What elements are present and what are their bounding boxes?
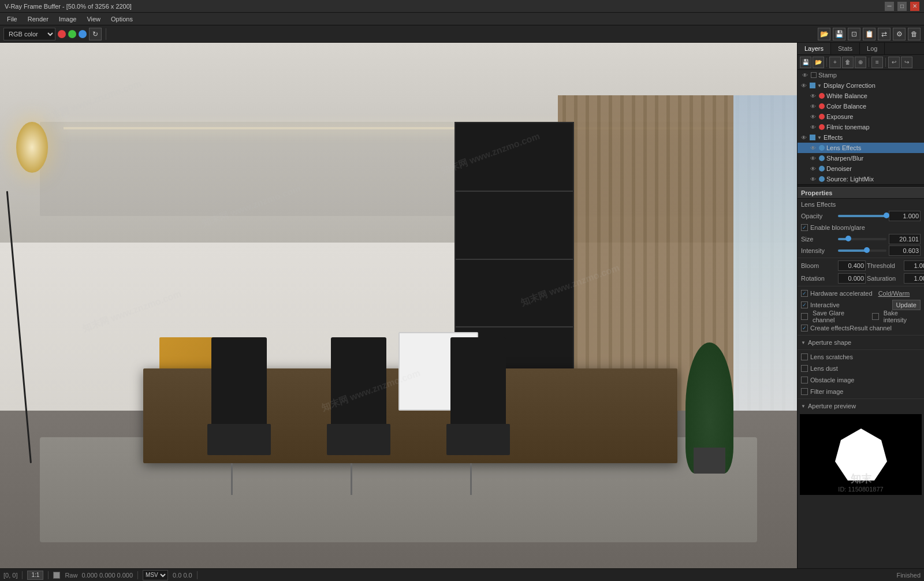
film-eye[interactable]: 👁 (809, 123, 817, 131)
menu-view[interactable]: View (82, 14, 105, 24)
menu-options[interactable]: Options (106, 14, 137, 24)
settings-button[interactable]: ⚙ (893, 28, 906, 40)
maximize-button[interactable]: □ (897, 2, 907, 11)
bloom-glare-checkbox[interactable] (801, 224, 808, 231)
save-glare-label: Save Glare channel (813, 310, 865, 323)
wb-eye[interactable]: 👁 (809, 92, 817, 100)
menu-file[interactable]: File (2, 14, 22, 24)
update-button[interactable]: Update (892, 300, 921, 310)
hw-checkbox[interactable] (801, 290, 808, 297)
panel-save-btn[interactable]: 💾 (800, 57, 811, 68)
size-slider[interactable] (838, 238, 886, 240)
opacity-thumb[interactable] (884, 213, 889, 218)
clear-button[interactable]: 🗑 (908, 28, 921, 40)
lightmix-item[interactable]: 👁 Source: LightMix (798, 174, 924, 184)
region-button[interactable]: ⊡ (848, 28, 860, 40)
sb-eye[interactable]: 👁 (809, 154, 817, 162)
channel-label: Raw (65, 572, 77, 579)
refresh-button[interactable]: ↻ (89, 28, 102, 40)
bake-intensity-checkbox[interactable] (872, 313, 879, 320)
save-bake-row: Save Glare channel Bake intensity (798, 311, 924, 322)
tab-layers[interactable]: Layers (798, 43, 831, 54)
rotation-saturation-row: Rotation Saturation (798, 272, 924, 285)
obstacle-checkbox[interactable] (801, 377, 808, 383)
bloom-input[interactable] (838, 260, 866, 271)
panel-redo-btn[interactable]: ↪ (901, 57, 912, 68)
save-glare-checkbox[interactable] (801, 313, 808, 320)
size-input[interactable] (889, 234, 921, 244)
minimize-button[interactable]: ─ (885, 2, 894, 11)
save-button[interactable]: 💾 (833, 28, 845, 40)
eff-eye[interactable]: 👁 (800, 133, 808, 141)
color-mode-select[interactable]: MSV (143, 570, 168, 580)
sharpen-blur-item[interactable]: 👁 Sharpen/Blur (798, 153, 924, 163)
rotation-label: Rotation (801, 275, 836, 282)
eff-arrow: ▼ (817, 135, 822, 140)
cb-eye[interactable]: 👁 (809, 102, 817, 110)
filter-image-row: Filter image (798, 386, 924, 397)
divider-5 (798, 398, 924, 399)
dc-checkbox[interactable] (810, 83, 815, 88)
menu-image[interactable]: Image (54, 14, 81, 24)
opacity-row: Opacity (798, 210, 924, 222)
size-thumb[interactable] (845, 236, 851, 241)
aperture-shape-row[interactable]: ▼ Aperture shape (798, 337, 924, 348)
panel-merge-btn[interactable]: ⊕ (855, 57, 866, 68)
wb-color (819, 93, 825, 99)
intensity-thumb[interactable] (864, 247, 870, 253)
tab-stats[interactable]: Stats (831, 43, 860, 54)
titlebar-controls[interactable]: ─ □ ✕ (885, 2, 919, 11)
dc-arrow: ▼ (817, 83, 822, 88)
zoom-button[interactable]: 1:1 (27, 571, 43, 580)
channel-select[interactable]: RGB color (3, 28, 55, 40)
display-correction-header[interactable]: 👁 ▼ Display Correction (798, 80, 924, 91)
dc-eye[interactable]: 👁 (800, 81, 808, 90)
exposure-item[interactable]: 👁 Exposure (798, 111, 924, 122)
cold-warm-link[interactable]: Cold/Warm (878, 290, 910, 297)
threshold-input[interactable] (904, 260, 924, 271)
opacity-input[interactable] (889, 211, 921, 221)
panel-add-btn[interactable]: + (829, 57, 841, 68)
open-file-button[interactable]: 📂 (818, 28, 830, 40)
effects-result-checkbox[interactable] (801, 325, 808, 332)
panel-undo-btn[interactable]: ↩ (888, 57, 900, 68)
filter-image-checkbox[interactable] (801, 388, 808, 395)
intensity-slider[interactable] (838, 249, 886, 252)
rotation-input[interactable] (838, 273, 866, 284)
lm-eye[interactable]: 👁 (809, 175, 817, 183)
stamp-eye[interactable]: 👁 (801, 71, 809, 79)
status-channel: Raw 0.000 0.000 0.000 (65, 572, 133, 579)
opacity-slider[interactable] (838, 215, 886, 217)
eff-checkbox[interactable] (810, 135, 815, 140)
interactive-label: Interactive (810, 301, 840, 308)
viewport[interactable]: 知末网 www.znzmo.com 知末网 www.znzmo.com 知末网 … (0, 43, 797, 568)
red-channel-dot[interactable] (58, 30, 66, 38)
le-eye[interactable]: 👁 (809, 144, 817, 152)
saturation-input[interactable] (904, 273, 924, 284)
filmic-item[interactable]: 👁 Filmic tonemap (798, 122, 924, 132)
green-channel-dot[interactable] (68, 30, 76, 38)
panel-delete-btn[interactable]: 🗑 (842, 57, 854, 68)
lens-dust-checkbox[interactable] (801, 365, 808, 372)
intensity-input[interactable] (889, 245, 921, 256)
dn-eye[interactable]: 👁 (809, 165, 817, 173)
blue-channel-dot[interactable] (79, 30, 87, 38)
compare-button[interactable]: ⇄ (878, 28, 891, 40)
interactive-checkbox[interactable] (801, 301, 808, 308)
white-balance-item[interactable]: 👁 White Balance (798, 91, 924, 101)
stamp-checkbox[interactable] (811, 72, 817, 78)
menu-render[interactable]: Render (23, 14, 53, 24)
copy-button[interactable]: 📋 (863, 28, 875, 40)
color-balance-item[interactable]: 👁 Color Balance (798, 101, 924, 111)
panel-reorder-btn[interactable]: ≡ (871, 57, 883, 68)
exp-eye[interactable]: 👁 (809, 113, 817, 121)
aperture-preview-row[interactable]: ▼ Aperture preview (798, 400, 924, 412)
close-button[interactable]: ✕ (910, 2, 919, 11)
effects-header[interactable]: 👁 ▼ Effects (798, 132, 924, 143)
lens-effects-item[interactable]: 👁 Lens Effects (798, 143, 924, 153)
panel-load-btn[interactable]: 📂 (813, 57, 824, 68)
denoiser-item[interactable]: 👁 Denoiser (798, 163, 924, 174)
bloom-glare-row: Enable bloom/glare (798, 222, 924, 233)
lens-scratches-checkbox[interactable] (801, 353, 808, 360)
tab-log[interactable]: Log (860, 43, 885, 54)
